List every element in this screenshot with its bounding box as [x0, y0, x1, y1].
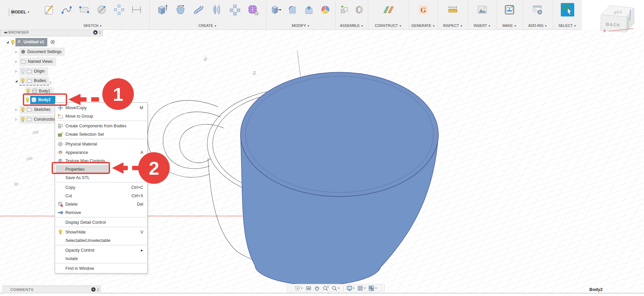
addins-scripts-icon[interactable]: >-: [532, 4, 544, 16]
select-tool-icon[interactable]: [561, 3, 574, 16]
toolbar-label-construct[interactable]: CONSTRUCT▼: [368, 24, 409, 28]
zoom-tool[interactable]: [322, 285, 329, 291]
extrude-icon[interactable]: [156, 3, 169, 16]
generate-icon[interactable]: G: [417, 4, 429, 16]
visibility-bulb-icon[interactable]: [26, 89, 30, 94]
fillet-icon[interactable]: [286, 4, 299, 16]
tree-row-origin[interactable]: ▷ Origin: [14, 67, 48, 76]
toolbar-label-select[interactable]: SELECT▼: [553, 24, 582, 28]
body2-selected-item[interactable]: Body2: [30, 96, 55, 104]
menu-item-move-to-group[interactable]: Move to Group: [55, 112, 147, 120]
menu-item-create-selection-set[interactable]: Create Selection Set: [55, 130, 147, 138]
look-at-tool[interactable]: [306, 285, 312, 291]
visibility-bulb-icon[interactable]: [25, 97, 30, 102]
visibility-bulb-icon[interactable]: [21, 117, 25, 122]
insert-image-icon[interactable]: [476, 4, 488, 16]
toolbar-group-construct: CONSTRUCT▼: [368, 0, 409, 30]
loft-icon[interactable]: [210, 3, 223, 16]
menu-item-show-hide[interactable]: Show/Hide V: [55, 228, 147, 236]
rectangle-icon[interactable]: [78, 4, 90, 16]
make-3dprint-icon[interactable]: [503, 4, 516, 16]
view-cube[interactable]: TOP BACK X: [596, 1, 640, 36]
sweep-icon[interactable]: [192, 3, 205, 16]
tree-row-bodies[interactable]: ◢ Bodies: [14, 77, 49, 85]
menu-item-selectable-unselectable[interactable]: Selectable/Unselectable: [55, 236, 147, 245]
pan-tool[interactable]: [314, 285, 320, 291]
menu-item-remove[interactable]: Remove: [55, 208, 147, 217]
toolbar-label-generate[interactable]: GENERATE▼: [409, 24, 438, 28]
circle-icon[interactable]: [96, 4, 108, 16]
collapse-panel-icon[interactable]: ◀◀: [4, 31, 6, 34]
tree-row-body1[interactable]: Body1: [25, 87, 54, 95]
joint-icon[interactable]: [354, 4, 365, 15]
menu-item-opacity-control[interactable]: Opacity Control ▶: [55, 246, 147, 254]
collapsed-triangle-icon[interactable]: ▷: [14, 108, 18, 111]
tree-row-construction[interactable]: ▷ Construction: [14, 115, 60, 124]
workspace-selector[interactable]: MODEL▼: [5, 0, 36, 30]
tree-row-sketches[interactable]: ▷ Sketches: [14, 105, 54, 114]
collapsed-triangle-icon[interactable]: ▷: [14, 118, 18, 121]
menu-item-move-copy[interactable]: Move/Copy M: [55, 103, 147, 112]
gear-icon: [21, 49, 25, 54]
new-component-icon[interactable]: [339, 4, 350, 15]
collapsed-triangle-icon[interactable]: ▷: [14, 70, 18, 73]
sketch-dimension-icon[interactable]: [130, 4, 143, 16]
orbit-tool[interactable]: ▼: [294, 285, 303, 291]
toolbar-label-addins[interactable]: ADD-INS▼: [523, 24, 553, 28]
display-settings[interactable]: ▼: [346, 285, 355, 291]
revolve-icon[interactable]: [174, 3, 187, 16]
viewports[interactable]: ▼: [368, 285, 377, 291]
visibility-bulb-icon[interactable]: [11, 40, 15, 45]
spline-icon[interactable]: [61, 4, 73, 16]
menu-item-find-in-window[interactable]: Find in Window: [55, 264, 147, 272]
pattern-icon[interactable]: [228, 3, 241, 16]
toolbar-label-make[interactable]: MAKE▼: [496, 24, 523, 28]
toolbar-label-inspect[interactable]: INSPECT▼: [438, 24, 468, 28]
tree-row-body2[interactable]: Body2: [25, 95, 55, 104]
menu-item-display-detail-control[interactable]: Display Detail Control: [55, 218, 147, 226]
create-sketch-icon[interactable]: [43, 4, 55, 16]
add-comment-icon[interactable]: +: [91, 287, 96, 292]
comments-panel-header[interactable]: COMMENTS + ||: [3, 286, 101, 293]
menu-item-isolate[interactable]: Isolate: [55, 254, 147, 263]
menu-item-texture-map[interactable]: Texture Map Controls: [55, 157, 147, 165]
menu-item-delete[interactable]: Delete Del: [55, 200, 147, 208]
fit-tool[interactable]: ▼: [331, 285, 340, 291]
toolbar-label-sketch[interactable]: SKETCH▼: [36, 24, 149, 28]
expanded-triangle-icon[interactable]: ◢: [14, 79, 18, 83]
menu-item-appearance[interactable]: Appearance A: [55, 148, 147, 157]
document-root-item[interactable]: Untitled v1: [15, 38, 47, 46]
create-form-icon[interactable]: [247, 3, 259, 16]
inspect-measure-icon[interactable]: [446, 3, 459, 16]
toolbar-label-create[interactable]: CREATE▼: [149, 24, 266, 28]
chamfer-icon[interactable]: [303, 4, 315, 16]
toolbar-label-insert[interactable]: INSERT▼: [468, 24, 496, 28]
menu-item-create-components[interactable]: Create Components from Bodies: [55, 122, 147, 130]
toolbar-label-assemble[interactable]: ASSEMBLE▼: [335, 24, 368, 28]
activate-component-radio[interactable]: [50, 40, 55, 44]
construct-plane-icon[interactable]: [382, 3, 395, 16]
menu-item-save-as-stl[interactable]: Save As STL: [55, 173, 147, 182]
menu-item-properties[interactable]: Properties: [55, 165, 147, 173]
tree-row-named-views[interactable]: ▷ Named Views: [14, 57, 56, 66]
appearance-icon[interactable]: [319, 4, 331, 16]
collapsed-triangle-icon[interactable]: ▷: [14, 50, 18, 53]
visibility-bulb-icon[interactable]: [21, 107, 25, 112]
visibility-bulb-icon[interactable]: [21, 78, 25, 83]
panel-grip-icon[interactable]: ||: [97, 288, 98, 291]
grid-snaps[interactable]: ▼: [357, 285, 366, 291]
press-pull-icon[interactable]: [270, 4, 282, 16]
visibility-bulb-off-icon[interactable]: [21, 69, 25, 74]
toolbar-label-modify[interactable]: MODIFY▼: [266, 24, 335, 28]
expanded-triangle-icon[interactable]: ◢: [5, 40, 10, 44]
tree-row-document-settings[interactable]: ▷ Document Settings: [14, 47, 65, 56]
tree-row-root[interactable]: ◢ Untitled v1: [5, 38, 55, 46]
no-icon: [57, 219, 64, 225]
panel-grip-icon[interactable]: ||: [99, 31, 100, 34]
menu-item-copy[interactable]: Copy Ctrl+C: [55, 183, 147, 192]
sketch-pattern-icon[interactable]: [113, 4, 125, 16]
menu-item-physical-material[interactable]: Physical Material: [55, 140, 147, 148]
menu-item-cut[interactable]: Cut Ctrl+X: [55, 192, 147, 200]
collapsed-triangle-icon[interactable]: ▷: [14, 60, 18, 63]
panel-options-icon[interactable]: ●: [93, 30, 98, 35]
